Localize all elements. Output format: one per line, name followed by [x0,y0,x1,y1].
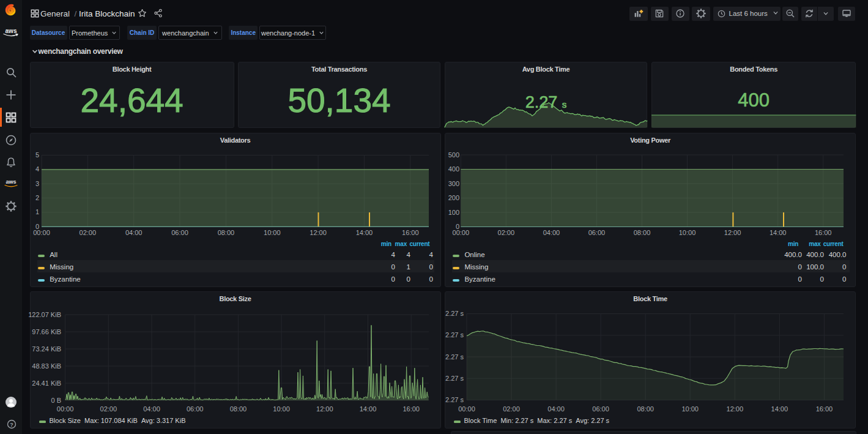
svg-text:00:00: 00:00 [453,229,470,236]
svg-text:08:00: 08:00 [218,229,235,236]
svg-text:2.27 s: 2.27 s [445,331,464,339]
svg-text:08:00: 08:00 [230,405,247,413]
svg-text:04:00: 04:00 [543,229,560,236]
svg-text:12:00: 12:00 [310,229,327,236]
svg-text:06:00: 06:00 [187,405,204,413]
svg-text:06:00: 06:00 [171,229,188,236]
svg-text:16:00: 16:00 [402,229,419,236]
svg-text:2: 2 [35,194,39,201]
svg-text:08:00: 08:00 [634,229,651,236]
svg-text:2.27 s: 2.27 s [445,375,464,382]
svg-text:14:00: 14:00 [771,405,788,413]
svg-text:97.66 KiB: 97.66 KiB [32,328,61,335]
svg-text:?: ? [10,421,13,427]
svg-text:0 B: 0 B [51,397,61,404]
svg-text:16:00: 16:00 [815,229,832,236]
svg-text:0: 0 [456,223,459,230]
svg-text:12:00: 12:00 [724,229,741,236]
svg-text:1: 1 [35,208,39,215]
svg-text:400: 400 [448,165,459,173]
svg-text:100: 100 [448,209,459,216]
svg-text:200: 200 [448,194,459,201]
svg-text:14:00: 14:00 [356,229,373,236]
svg-text:24.41 KiB: 24.41 KiB [32,380,61,387]
svg-text:02:00: 02:00 [80,229,97,236]
svg-text:500: 500 [448,151,459,159]
svg-text:04:00: 04:00 [547,405,565,413]
svg-text:300: 300 [448,180,459,187]
svg-text:02:00: 02:00 [100,405,117,413]
svg-text:2.27 s: 2.27 s [445,396,464,403]
svg-text:06:00: 06:00 [588,229,606,236]
svg-text:4: 4 [35,165,39,173]
svg-text:16:00: 16:00 [816,405,833,413]
svg-text:aws: aws [6,179,16,185]
svg-text:00:00: 00:00 [458,405,475,413]
svg-text:02:00: 02:00 [503,405,520,413]
svg-text:16:00: 16:00 [402,405,420,413]
svg-text:04:00: 04:00 [143,405,160,413]
svg-text:12:00: 12:00 [727,405,744,413]
svg-text:aws: aws [6,28,17,34]
svg-text:10:00: 10:00 [273,405,290,413]
svg-text:14:00: 14:00 [360,405,377,413]
svg-text:48.83 KiB: 48.83 KiB [32,362,61,370]
svg-text:14:00: 14:00 [770,229,787,236]
svg-text:2.27 s: 2.27 s [445,310,464,317]
svg-text:10:00: 10:00 [679,229,696,236]
svg-text:04:00: 04:00 [125,229,143,236]
svg-text:10:00: 10:00 [264,229,281,236]
svg-text:02:00: 02:00 [498,229,515,236]
svg-text:12:00: 12:00 [316,405,333,413]
svg-text:0: 0 [35,223,39,230]
svg-text:06:00: 06:00 [592,405,609,413]
svg-text:00:00: 00:00 [57,405,74,413]
svg-text:122.07 KiB: 122.07 KiB [28,311,61,318]
svg-text:3: 3 [35,180,39,187]
svg-text:10:00: 10:00 [681,405,699,413]
svg-text:73.24 KiB: 73.24 KiB [32,345,61,353]
svg-text:2.27 s: 2.27 s [445,353,464,361]
svg-text:08:00: 08:00 [637,405,654,413]
svg-text:5: 5 [35,151,39,159]
